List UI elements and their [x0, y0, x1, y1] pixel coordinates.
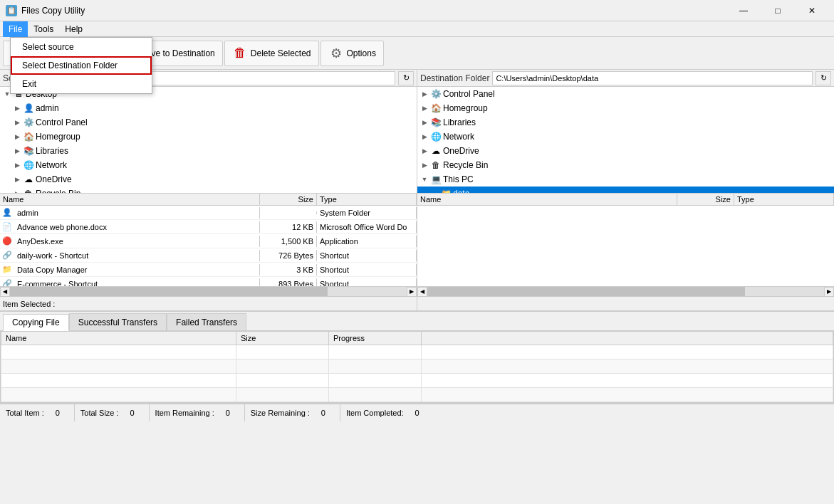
transfer-table: Name Size Progress	[1, 331, 833, 402]
minimize-button[interactable]: —	[727, 0, 760, 21]
homegroup-icon: 🏠	[23, 131, 34, 142]
source-file-list[interactable]: Name Size Type 👤 admin System Folder 📄 A…	[0, 194, 417, 286]
menu-help[interactable]: Help	[59, 21, 88, 37]
tab-copying-file[interactable]: Copying File	[3, 314, 69, 331]
source-status-label: Item Selected :	[3, 300, 55, 308]
tree-item-network[interactable]: ▶ 🌐 Network	[0, 158, 417, 172]
transfer-col-size: Size	[236, 332, 329, 345]
menu-exit[interactable]: Exit	[11, 75, 152, 93]
dest-tree-thispc[interactable]: ▼ 💻 This PC	[417, 172, 834, 187]
dest-cp-icon: ⚙️	[430, 88, 442, 100]
dest-scroll-right[interactable]: ▶	[824, 287, 834, 297]
tree-item-libraries[interactable]: ▶ 📚 Libraries	[0, 144, 417, 158]
footer: Total Item : 0 Total Size : 0 Item Remai…	[0, 403, 834, 421]
footer-item-completed: Item Completed: 0	[340, 404, 434, 421]
dest-scroll-left[interactable]: ◀	[417, 287, 427, 297]
dest-scroll-thumb[interactable]	[427, 287, 745, 297]
libraries-icon: 📚	[23, 145, 34, 157]
source-scroll-left[interactable]: ◀	[0, 287, 10, 297]
total-item-label: Total Item :	[6, 409, 44, 417]
source-scroll-right[interactable]: ▶	[407, 287, 417, 297]
file-dropdown-menu: Select source Select Destination Folder …	[10, 37, 152, 94]
source-status-bar: Item Selected :	[0, 296, 417, 310]
file-row[interactable]: 🔴 AnyDesk.exe 1,500 KB Application	[0, 234, 417, 248]
transfer-row	[1, 359, 833, 374]
file-icon-dcm: 📁	[0, 265, 14, 274]
file-row[interactable]: 🔗 daily-work - Shortcut 726 Bytes Shortc…	[0, 248, 417, 263]
footer-total-item: Total Item : 0	[0, 404, 75, 421]
dest-tree-recycle[interactable]: ▶ 🗑 Recycle Bin	[417, 158, 834, 172]
dest-libraries-icon: 📚	[430, 117, 442, 128]
dest-network-icon: 🌐	[430, 131, 442, 142]
title-bar: 📋 Files Copy Utility — □ ✕	[0, 0, 834, 21]
source-scroll-track[interactable]	[10, 287, 407, 297]
dest-tree-control-panel[interactable]: ▶ ⚙️ Control Panel	[417, 87, 834, 101]
footer-item-remaining: Item Remaining : 0	[150, 404, 245, 421]
dest-path-input[interactable]	[492, 71, 813, 85]
app-icon: 📋	[6, 5, 17, 16]
transfer-row	[1, 345, 833, 359]
total-item-value: 0	[47, 409, 68, 417]
file-icon-exe: 🔴	[0, 236, 14, 246]
onedrive-icon: ☁	[23, 174, 34, 185]
dest-refresh-button[interactable]: ↻	[815, 71, 831, 85]
dest-tree-network[interactable]: ▶ 🌐 Network	[417, 130, 834, 144]
dest-tree-data[interactable]: ▶ 📁 data	[417, 187, 834, 194]
item-remaining-label: Item Remaining :	[155, 409, 214, 417]
footer-total-size: Total Size : 0	[75, 404, 150, 421]
source-hscroll-bar[interactable]: ◀ ▶	[0, 286, 417, 296]
dest-path-bar: Destination Folder ↻	[417, 70, 834, 87]
dest-tree-view[interactable]: ▶ ⚙️ Control Panel ▶ 🏠 Homegroup ▶ 📚 Lib…	[417, 87, 834, 194]
source-tree-view[interactable]: ▼ 🖥 Desktop ▶ 👤 admin ▶ ⚙️ Control Panel…	[0, 87, 417, 194]
file-row[interactable]: 📄 Advance web phone.docx 12 KB Microsoft…	[0, 220, 417, 234]
tree-item-admin[interactable]: ▶ 👤 admin	[0, 101, 417, 115]
dest-tree-homegroup[interactable]: ▶ 🏠 Homegroup	[417, 101, 834, 115]
dest-col-name: Name	[417, 194, 677, 205]
tab-content-copying: Name Size Progress	[0, 330, 834, 403]
maximize-button[interactable]: □	[761, 0, 794, 21]
control-panel-icon: ⚙️	[23, 117, 34, 128]
source-col-name: Name	[0, 194, 260, 205]
dest-tree-onedrive[interactable]: ▶ ☁ OneDrive	[417, 144, 834, 158]
tree-item-recycle-bin[interactable]: ▶ 🗑 Recycle Bin	[0, 187, 417, 194]
dest-recycle-icon: 🗑	[430, 159, 442, 171]
file-row[interactable]: 🔗 E-commerce - Shortcut 893 Bytes Shortc…	[0, 277, 417, 286]
transfer-row	[1, 374, 833, 388]
close-button[interactable]: ✕	[796, 0, 828, 21]
file-row[interactable]: 📁 Data Copy Manager 3 KB Shortcut	[0, 263, 417, 277]
dest-onedrive-icon: ☁	[430, 145, 442, 157]
dest-tree-libraries[interactable]: ▶ 📚 Libraries	[417, 115, 834, 130]
options-button-label: Options	[347, 48, 376, 58]
source-file-list-header: Name Size Type	[0, 194, 417, 206]
app-title: Files Copy Utility	[21, 6, 85, 16]
dest-col-type: Type	[734, 194, 834, 205]
dest-data-folder-icon: 📁	[440, 188, 452, 194]
destination-pane: Destination Folder ↻ ▶ ⚙️ Control Panel …	[417, 70, 834, 310]
file-row[interactable]: 👤 admin System Folder	[0, 206, 417, 220]
tab-failed-transfers[interactable]: Failed Transfers	[167, 313, 246, 330]
tree-item-homegroup[interactable]: ▶ 🏠 Homegroup	[0, 130, 417, 144]
tree-item-control-panel[interactable]: ▶ ⚙️ Control Panel	[0, 115, 417, 130]
menu-select-destination[interactable]: Select Destination Folder	[11, 56, 152, 75]
trash-icon: 🗑	[232, 46, 248, 61]
dest-scroll-track[interactable]	[427, 287, 824, 297]
transfer-col-progress: Progress	[329, 332, 422, 345]
dest-file-list-header: Name Size Type	[417, 194, 834, 206]
source-pane: Source : ↻ ▼ 🖥 Desktop ▶ 👤 admin ▶ ⚙️ Co…	[0, 70, 417, 310]
source-refresh-button[interactable]: ↻	[398, 71, 414, 85]
options-button[interactable]: ⚙ Options	[320, 41, 384, 66]
tree-item-onedrive[interactable]: ▶ ☁ OneDrive	[0, 172, 417, 187]
dest-hscroll-bar[interactable]: ◀ ▶	[417, 286, 834, 296]
bottom-section: Copying File Successful Transfers Failed…	[0, 310, 834, 403]
tab-successful-transfers[interactable]: Successful Transfers	[69, 313, 167, 330]
main-content: Source : ↻ ▼ 🖥 Desktop ▶ 👤 admin ▶ ⚙️ Co…	[0, 70, 834, 310]
menu-file[interactable]: File	[3, 21, 28, 37]
size-remaining-value: 0	[313, 409, 334, 417]
menu-tools[interactable]: Tools	[28, 21, 59, 37]
file-icon-docx: 📄	[0, 222, 14, 231]
dest-file-list[interactable]: Name Size Type	[417, 194, 834, 286]
recycle-bin-icon: 🗑	[23, 188, 34, 194]
menu-select-source[interactable]: Select source	[11, 38, 152, 56]
source-scroll-thumb[interactable]	[10, 287, 328, 297]
delete-selected-button[interactable]: 🗑 Delete Selected	[224, 41, 319, 66]
